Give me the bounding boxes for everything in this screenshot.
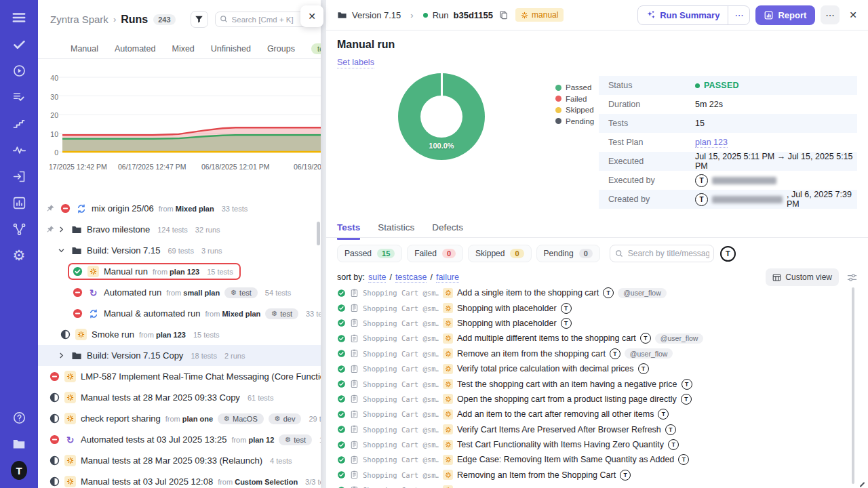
- run-list-item[interactable]: check report sharingfrom plan one⚙MacOS⚙…: [38, 408, 321, 429]
- tests-icon[interactable]: [11, 36, 27, 52]
- sort-link-testcase[interactable]: testcase: [395, 272, 427, 283]
- menu-icon[interactable]: [11, 9, 27, 26]
- tests-scrollbar[interactable]: [852, 287, 854, 484]
- run-list-item[interactable]: Manual tests at 28 Mar 2025 09:33 Copy61…: [38, 387, 321, 408]
- report-button[interactable]: Report: [755, 5, 815, 25]
- chevron-down-icon[interactable]: [58, 247, 65, 254]
- run-list-item[interactable]: ↻Automated runfrom small plan⚙test54 tes…: [38, 282, 321, 303]
- breadcrumb-project[interactable]: Zyntra Spark: [50, 14, 108, 25]
- set-labels-link[interactable]: Set labels: [337, 58, 374, 68]
- run-list-item[interactable]: Smoke runfrom plan 12315 tests: [38, 324, 321, 345]
- run-summary-more-button[interactable]: ⋯: [728, 6, 749, 24]
- filter-chip-skipped[interactable]: Skipped0: [468, 245, 532, 262]
- run-list-item[interactable]: Manual tests at 03 Jul 2025 12:08from Cu…: [38, 471, 321, 488]
- filter-chip-failed[interactable]: Failed0: [407, 245, 463, 262]
- run-name: Build: Version 7.15: [87, 245, 160, 256]
- runs-icon[interactable]: [11, 62, 27, 79]
- run-list-item[interactable]: Manual runfrom plan 12315 tests: [38, 261, 321, 282]
- test-row[interactable]: Shopping Cart @sm…Test the shopping cart…: [337, 376, 856, 391]
- filter-chip-pending[interactable]: Pending0: [536, 245, 600, 262]
- redacted-user-name: [712, 177, 776, 184]
- run-group-toggle[interactable]: [56, 352, 66, 359]
- view-settings-icon[interactable]: [847, 272, 857, 283]
- test-row[interactable]: Shopping Cart @sm…Shopping with placehol…: [337, 316, 856, 331]
- run-plan-name[interactable]: small plan: [183, 289, 220, 297]
- branches-icon[interactable]: [11, 221, 27, 237]
- run-name: Bravo milestone: [87, 224, 150, 235]
- test-row[interactable]: Shopping Cart @sm…Removing an Item from …: [337, 468, 856, 483]
- run-list-item[interactable]: Bravo milestone124 tests32 runs: [38, 219, 321, 240]
- projects-folder-icon[interactable]: [11, 436, 27, 452]
- run-plan-name[interactable]: Mixed plan: [176, 205, 214, 213]
- resize-corner[interactable]: [860, 482, 865, 487]
- breadcrumb-version[interactable]: Version 7.15: [352, 10, 401, 20]
- import-icon[interactable]: [11, 168, 27, 184]
- test-title: Shopping with placeholder: [457, 319, 557, 328]
- filter-chip-passed[interactable]: Passed15: [337, 245, 402, 262]
- info-row-test-plan: Test Planplan 123: [599, 133, 857, 152]
- copy-run-id-button[interactable]: [499, 10, 508, 20]
- legend-label: Passed: [566, 83, 591, 92]
- test-row[interactable]: Shopping Cart @sm…Shopping with placehol…: [337, 300, 856, 315]
- settings-gear-icon[interactable]: ⚙: [11, 247, 27, 264]
- run-plan-name[interactable]: plan 123: [170, 268, 199, 276]
- test-row[interactable]: Shopping Cart @sm…Open the shopping cart…: [337, 392, 856, 407]
- run-group-toggle[interactable]: [56, 247, 66, 254]
- runs-tab-automated[interactable]: Automated: [115, 44, 155, 54]
- test-title: Verify Cart Items Are Preserved After Br…: [457, 425, 661, 434]
- chevron-right-icon[interactable]: [58, 226, 65, 233]
- sort-link-failure[interactable]: failure: [436, 272, 459, 283]
- test-row[interactable]: Shopping Cart @sm…Add an item to the car…: [337, 407, 856, 422]
- help-icon[interactable]: [11, 409, 27, 426]
- run-meta: 69 tests: [167, 247, 194, 255]
- run-plan-name[interactable]: plan 12: [248, 436, 274, 444]
- sort-link-suite[interactable]: suite: [368, 272, 386, 283]
- chip-label: Failed: [414, 249, 437, 258]
- manual-run-icon: [443, 394, 453, 404]
- runs-tab-unfinished[interactable]: Unfinished: [211, 44, 251, 54]
- runs-tab-groups[interactable]: Groups: [267, 44, 295, 54]
- test-row[interactable]: Shopping Cart @sm…Add multiple different…: [337, 331, 856, 346]
- run-summary-button[interactable]: Run Summary: [638, 6, 728, 24]
- runs-tab-manual[interactable]: Manual: [71, 44, 98, 54]
- run-list-item[interactable]: mix origin 25/06from Mixed plan33 tests: [38, 198, 321, 219]
- filter-button[interactable]: [191, 11, 208, 28]
- milestones-icon[interactable]: [11, 115, 27, 131]
- test-row[interactable]: Shopping Cart @sm…Remove an item from th…: [337, 346, 856, 361]
- test-row[interactable]: Shopping Cart @sm…: [337, 483, 856, 488]
- run-list-item[interactable]: Manual & automated runfrom Mixed plan⚙te…: [38, 303, 321, 324]
- runs-tab-mixed[interactable]: Mixed: [172, 44, 194, 54]
- run-plan-name[interactable]: Custom Selection: [235, 478, 298, 486]
- plans-icon[interactable]: [11, 89, 27, 105]
- account-avatar[interactable]: T: [11, 462, 27, 479]
- chevron-right-icon[interactable]: [58, 352, 65, 359]
- test-row[interactable]: Shopping Cart @sm…Verify total price cal…: [337, 361, 856, 376]
- run-list-item[interactable]: Build: Version 7.1569 tests3 runs: [38, 240, 321, 261]
- run-list-item[interactable]: ↻Automated tests at 03 Jul 2025 13:25fro…: [38, 429, 321, 450]
- close-panel-button[interactable]: ✕: [300, 5, 323, 27]
- status-stopped-icon: [73, 308, 83, 319]
- custom-view-button[interactable]: Custom view: [766, 268, 839, 286]
- run-plan-name[interactable]: plan one: [182, 415, 213, 423]
- run-plan-name[interactable]: plan 123: [156, 331, 186, 339]
- test-row[interactable]: Shopping Cart @sm…Add a single item to t…: [337, 285, 856, 300]
- run-list-item[interactable]: Build: Version 7.15 Copy18 tests2 runs: [38, 345, 321, 366]
- tag-badge[interactable]: tes: [311, 43, 321, 54]
- run-list-item[interactable]: Manual tests at 28 Mar 2025 09:33 (Relau…: [38, 450, 321, 471]
- run-meta: 3 runs: [201, 247, 222, 255]
- analytics-pulse-icon[interactable]: [11, 142, 27, 158]
- runs-scrollbar[interactable]: [317, 222, 320, 245]
- reports-icon[interactable]: [11, 195, 27, 211]
- run-plan-name[interactable]: Mixed plan: [222, 310, 260, 318]
- test-row[interactable]: Shopping Cart @sm…Edge Case: Removing It…: [337, 452, 856, 467]
- assignee-filter-avatar[interactable]: T: [720, 246, 736, 262]
- legend-dot: [555, 118, 561, 124]
- test-row[interactable]: Shopping Cart @sm…Test Cart Functionalit…: [337, 437, 856, 452]
- run-group-toggle[interactable]: [56, 226, 66, 233]
- close-detail-button[interactable]: ✕: [849, 9, 857, 20]
- test-plan-link[interactable]: plan 123: [695, 138, 728, 148]
- tests-search-input[interactable]: [610, 245, 714, 262]
- more-actions-button[interactable]: ⋯: [821, 5, 840, 24]
- run-list-item[interactable]: LMP-587 Implement Real-Time Chat Messagi…: [38, 366, 321, 387]
- test-row[interactable]: Shopping Cart @sm…Verify Cart Items Are …: [337, 422, 856, 437]
